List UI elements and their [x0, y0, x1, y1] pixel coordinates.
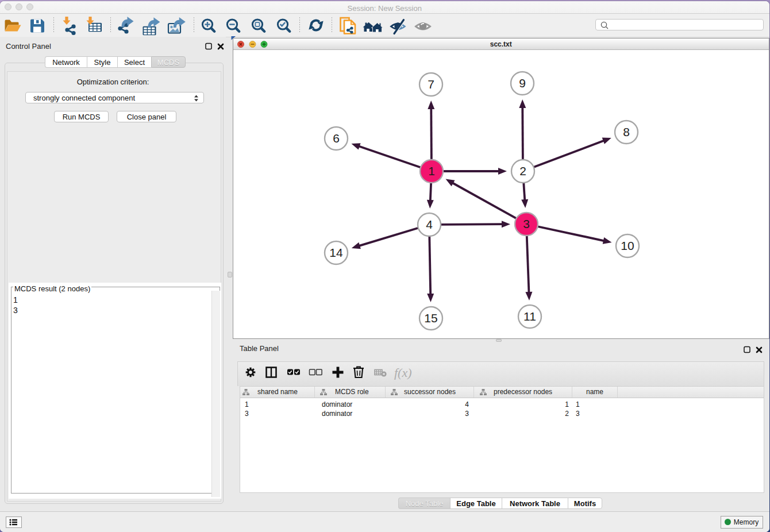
svg-text:4: 4 [426, 218, 433, 231]
svg-text:1: 1 [428, 164, 435, 178]
svg-text:10: 10 [621, 239, 634, 252]
svg-text:6: 6 [333, 132, 340, 145]
svg-text:f(x): f(x) [394, 365, 412, 380]
svg-text:8: 8 [623, 125, 630, 138]
svg-text:14: 14 [329, 246, 343, 259]
svg-text:2: 2 [519, 164, 526, 178]
svg-text:15: 15 [424, 311, 437, 325]
svg-text:3: 3 [523, 217, 530, 230]
svg-text:11: 11 [523, 310, 536, 323]
svg-text:7: 7 [428, 78, 434, 91]
svg-text:9: 9 [519, 76, 526, 90]
